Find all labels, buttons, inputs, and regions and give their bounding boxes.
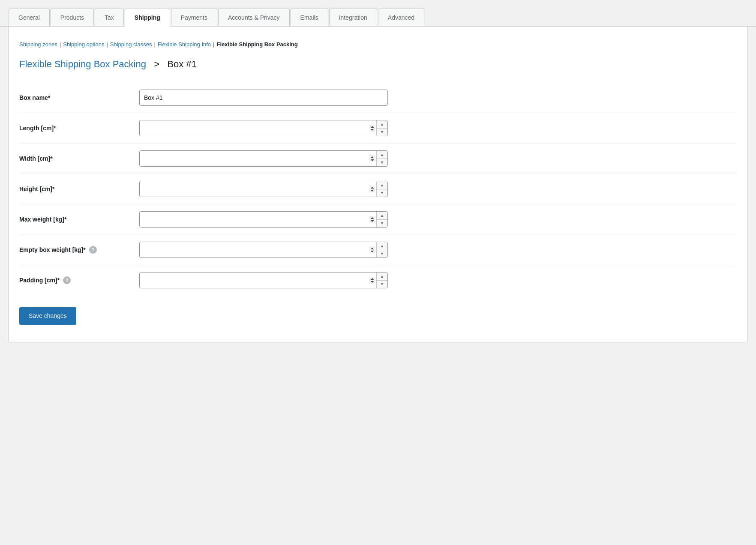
help-icon-empty-box-weight[interactable]: ? [89,246,97,254]
content-area: Shipping zones | Shipping options | Ship… [9,27,747,342]
number-wrapper-empty-box-weight: ▲ ▼ [139,242,388,258]
page-title-box-name: Box #1 [167,59,197,69]
label-padding: Padding [cm]* ? [19,276,139,284]
spinner-max-weight-up[interactable]: ▲ [377,212,387,220]
breadcrumb-sep-3: | [154,41,155,48]
tab-payments[interactable]: Payments [171,9,217,26]
spinner-empty-box-weight-down[interactable]: ▼ [377,250,387,258]
page-wrapper: General Products Tax Shipping Payments A… [0,0,756,545]
label-max-weight: Max weight [kg]* [19,216,139,223]
breadcrumb-shipping-zones[interactable]: Shipping zones [19,41,57,48]
save-changes-button[interactable]: Save changes [19,307,76,325]
spinner-length-up[interactable]: ▲ [377,120,387,129]
tab-tax[interactable]: Tax [95,9,124,26]
tab-general[interactable]: General [9,9,50,26]
input-empty-box-weight[interactable] [139,242,388,258]
tab-accounts-privacy[interactable]: Accounts & Privacy [218,9,290,26]
input-length[interactable] [139,120,388,136]
tab-products[interactable]: Products [51,9,94,26]
form-area: Box name* Length [cm]* ▲ ▼ [19,83,737,295]
form-row-padding: Padding [cm]* ? ▲ ▼ [19,265,737,295]
tabs-bar: General Products Tax Shipping Payments A… [0,0,756,27]
input-width[interactable] [139,150,388,167]
form-row-length: Length [cm]* ▲ ▼ [19,113,737,144]
number-wrapper-width: ▲ ▼ [139,150,388,167]
spinner-max-weight-down[interactable]: ▼ [377,220,387,228]
tab-emails[interactable]: Emails [291,9,328,26]
form-row-height: Height [cm]* ▲ ▼ [19,174,737,204]
breadcrumb-sep-4: | [213,41,214,48]
tab-integration[interactable]: Integration [329,9,377,26]
spinner-height-down[interactable]: ▼ [377,189,387,197]
label-width: Width [cm]* [19,155,139,162]
number-wrapper-max-weight: ▲ ▼ [139,211,388,228]
breadcrumb-current: Flexible Shipping Box Packing [216,41,297,48]
spinner-width-down[interactable]: ▼ [377,159,387,167]
label-length: Length [cm]* [19,125,139,132]
field-max-weight: ▲ ▼ [139,211,396,228]
form-row-box-name: Box name* [19,83,737,113]
input-box-name[interactable] [139,90,388,106]
breadcrumb-flexible-shipping-info[interactable]: Flexible Shipping Info [158,41,211,48]
help-icon-padding[interactable]: ? [63,276,71,284]
spinner-padding: ▲ ▼ [376,272,387,288]
form-row-max-weight: Max weight [kg]* ▲ ▼ [19,204,737,235]
number-wrapper-height: ▲ ▼ [139,181,388,197]
spinner-empty-box-weight: ▲ ▼ [376,242,387,258]
input-max-weight[interactable] [139,211,388,228]
spinner-max-weight: ▲ ▼ [376,212,387,227]
spinner-length: ▲ ▼ [376,120,387,136]
page-title-link[interactable]: Flexible Shipping Box Packing [19,59,146,69]
field-padding: ▲ ▼ [139,272,396,288]
field-empty-box-weight: ▲ ▼ [139,242,396,258]
field-width: ▲ ▼ [139,150,396,167]
breadcrumb-shipping-options[interactable]: Shipping options [63,41,104,48]
field-box-name [139,90,396,106]
page-title-arrow: > [151,59,162,69]
spinner-height-up[interactable]: ▲ [377,181,387,189]
tab-shipping[interactable]: Shipping [125,9,170,27]
spinner-height: ▲ ▼ [376,181,387,197]
number-wrapper-length: ▲ ▼ [139,120,388,136]
label-box-name: Box name* [19,94,139,101]
input-height[interactable] [139,181,388,197]
page-title: Flexible Shipping Box Packing > Box #1 [19,59,737,70]
breadcrumb-shipping-classes[interactable]: Shipping classes [110,41,152,48]
spinner-width-up[interactable]: ▲ [377,151,387,159]
label-height: Height [cm]* [19,186,139,192]
number-wrapper-padding: ▲ ▼ [139,272,388,288]
spinner-length-down[interactable]: ▼ [377,129,387,136]
breadcrumb-sep-2: | [106,41,108,48]
breadcrumb: Shipping zones | Shipping options | Ship… [19,35,737,52]
spinner-width: ▲ ▼ [376,151,387,166]
spinner-empty-box-weight-up[interactable]: ▲ [377,242,387,250]
input-padding[interactable] [139,272,388,288]
field-height: ▲ ▼ [139,181,396,197]
form-row-width: Width [cm]* ▲ ▼ [19,144,737,174]
tab-advanced[interactable]: Advanced [378,9,424,26]
breadcrumb-sep-1: | [60,41,61,48]
field-length: ▲ ▼ [139,120,396,136]
spinner-padding-up[interactable]: ▲ [377,272,387,281]
form-row-empty-box-weight: Empty box weight [kg]* ? ▲ ▼ [19,235,737,265]
spinner-padding-down[interactable]: ▼ [377,281,387,288]
label-empty-box-weight: Empty box weight [kg]* ? [19,246,139,254]
